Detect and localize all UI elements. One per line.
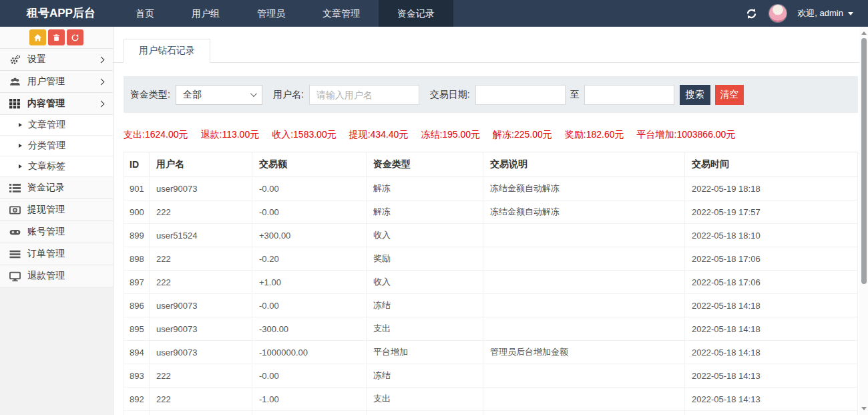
fund-records-table: ID 用户名 交易额 资金类型 交易说明 交易时间 901 user90073 … <box>124 152 858 415</box>
cell-type: 收入 <box>367 224 483 247</box>
cell-description <box>483 294 685 317</box>
refresh-icon[interactable] <box>745 7 758 20</box>
sidebar-item-orders[interactable]: 订单管理 <box>0 243 113 265</box>
cell-username: 222 <box>150 247 252 271</box>
cell-id: 894 <box>124 341 150 364</box>
cell-type: 冻结 <box>367 364 483 388</box>
sidebar-item-accounts[interactable]: 账号管理 <box>0 221 113 243</box>
scrollbar-thumb[interactable] <box>861 38 867 284</box>
stat-item: 退款:113.00元 <box>201 129 260 141</box>
cell-username: user51524 <box>150 224 252 247</box>
scroll-up-arrow-icon[interactable] <box>861 31 867 35</box>
table-row: 894 user90073 -1000000.00 平台增加 管理员后台增加金额… <box>124 341 858 364</box>
clear-button[interactable]: 清空 <box>715 85 744 105</box>
date-label: 交易日期: <box>430 89 470 101</box>
stat-item: 奖励:182.60元 <box>565 129 624 141</box>
cell-description: 冻结金额自动解冻 <box>483 411 685 415</box>
table-row: 901 user90073 -0.00 解冻 冻结金额自动解冻 2022-05-… <box>124 177 858 200</box>
user-avatar[interactable] <box>769 5 787 22</box>
nav-item-usergroup[interactable]: 用户组 <box>173 0 238 27</box>
cell-type: 支出 <box>367 317 483 341</box>
sidebar-subitem-category-manage[interactable]: 分类管理 <box>0 136 113 156</box>
fund-type-select[interactable]: 全部 <box>176 85 262 105</box>
table-row: 898 222 -0.20 奖励 2022-05-18 17:06 <box>124 247 858 271</box>
cell-type: 收入 <box>367 271 483 294</box>
gears-icon <box>9 54 21 65</box>
sidebar-item-label: 用户管理 <box>27 76 65 88</box>
cell-amount: -300.00 <box>252 317 367 341</box>
vertical-scrollbar[interactable] <box>859 27 868 415</box>
stat-item: 收入:1583.00元 <box>272 129 337 141</box>
cell-description <box>483 224 685 247</box>
welcome-dropdown[interactable]: 欢迎, admin <box>797 7 853 19</box>
fund-type-value: 全部 <box>183 89 202 101</box>
home-button[interactable] <box>29 29 46 45</box>
table-row: 897 222 +1.00 收入 2022-05-18 17:06 <box>124 271 858 294</box>
cell-id: 899 <box>124 224 150 247</box>
username-label: 用户名: <box>273 89 304 101</box>
sidebar-subitem-article-manage[interactable]: 文章管理 <box>0 115 113 136</box>
stat-item: 支出:1624.00元 <box>124 129 188 141</box>
cell-description <box>483 364 685 388</box>
main-content: 用户钻石记录 资金类型: 全部 用户名: 交易日期: 至 搜索 清空 支出:16… <box>114 27 868 415</box>
scroll-down-arrow-icon[interactable] <box>861 407 867 410</box>
cell-description <box>483 271 685 294</box>
date-from-input[interactable] <box>475 85 566 105</box>
money-icon <box>9 204 21 216</box>
fund-type-label: 资金类型: <box>130 89 170 101</box>
sidebar-item-users[interactable]: 用户管理 <box>0 71 113 93</box>
cell-id: 900 <box>124 200 150 224</box>
chevron-right-icon <box>98 100 105 107</box>
sidebar-subitem-article-tags[interactable]: 文章标签 <box>0 156 113 177</box>
table-row: 895 user90073 -300.00 支出 2022-05-18 14:1… <box>124 317 858 341</box>
cell-username: user62038 <box>150 411 252 415</box>
trash-button[interactable] <box>48 29 65 45</box>
stat-item: 冻结:195.00元 <box>421 129 480 141</box>
table-row: 893 222 -0.00 冻结 2022-05-18 14:13 <box>124 364 858 388</box>
column-header-type: 资金类型 <box>367 152 483 177</box>
cell-time: 2022-05-18 14:18 <box>685 317 858 341</box>
sidebar-item-label: 内容管理 <box>27 98 65 110</box>
sidebar-item-refunds[interactable]: 退款管理 <box>0 265 113 287</box>
sidebar-item-label: 设置 <box>27 53 46 65</box>
search-button[interactable]: 搜索 <box>680 85 710 105</box>
cell-type: 解冻 <box>367 200 483 224</box>
sidebar-item-content[interactable]: 内容管理 <box>0 93 113 115</box>
nav-item-articles[interactable]: 文章管理 <box>304 0 379 27</box>
nav-item-home[interactable]: 首页 <box>117 0 173 27</box>
table-row: 891 user62038 -1.00 解冻 冻结金额自动解冻 2022-02-… <box>124 411 858 415</box>
cell-username: user90073 <box>150 294 252 317</box>
chevron-right-icon <box>98 56 105 63</box>
users-icon <box>9 76 21 88</box>
stat-item: 平台增加:1003866.00元 <box>637 129 736 141</box>
monitor-icon <box>9 271 21 282</box>
cell-type: 解冻 <box>367 177 483 200</box>
chevron-right-icon <box>98 78 105 85</box>
date-to-input[interactable] <box>584 85 674 105</box>
nav-item-funds[interactable]: 资金记录 <box>379 0 453 27</box>
nav-menu: 首页 用户组 管理员 文章管理 资金记录 <box>117 0 453 27</box>
cell-username: user90073 <box>150 341 252 364</box>
column-header-username: 用户名 <box>150 152 252 177</box>
stat-item: 解冻:225.00元 <box>493 129 552 141</box>
sidebar-subitem-label: 文章管理 <box>28 119 65 131</box>
cell-description: 管理员后台增加金额 <box>483 341 685 364</box>
cell-time: 2022-05-18 14:13 <box>685 388 858 411</box>
cell-description <box>483 247 685 271</box>
table-body: 901 user90073 -0.00 解冻 冻结金额自动解冻 2022-05-… <box>124 177 858 415</box>
triangle-right-icon <box>19 123 22 127</box>
tab-user-diamond-records[interactable]: 用户钻石记录 <box>124 39 210 63</box>
column-header-description: 交易说明 <box>483 152 685 177</box>
username-input[interactable] <box>309 85 419 105</box>
cell-amount: -1.00 <box>252 411 367 415</box>
nav-item-admin[interactable]: 管理员 <box>238 0 304 27</box>
cell-id: 898 <box>124 247 150 271</box>
sidebar-item-label: 订单管理 <box>27 248 65 260</box>
app-brand[interactable]: 租号APP后台 <box>0 0 109 27</box>
sidebar-item-fund-records[interactable]: 资金记录 <box>0 177 113 199</box>
sidebar-item-withdraw[interactable]: 提现管理 <box>0 199 113 221</box>
recycle-icon[interactable] <box>67 29 83 45</box>
cell-id: 901 <box>124 177 150 200</box>
filter-panel: 资金类型: 全部 用户名: 交易日期: 至 搜索 清空 <box>124 76 858 113</box>
sidebar-item-settings[interactable]: 设置 <box>0 49 113 71</box>
